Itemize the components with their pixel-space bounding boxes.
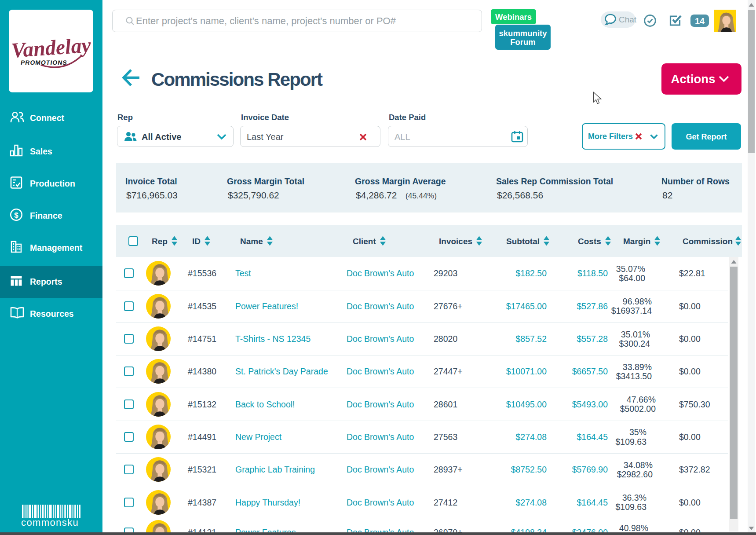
svg-text:$: $ — [14, 211, 18, 220]
